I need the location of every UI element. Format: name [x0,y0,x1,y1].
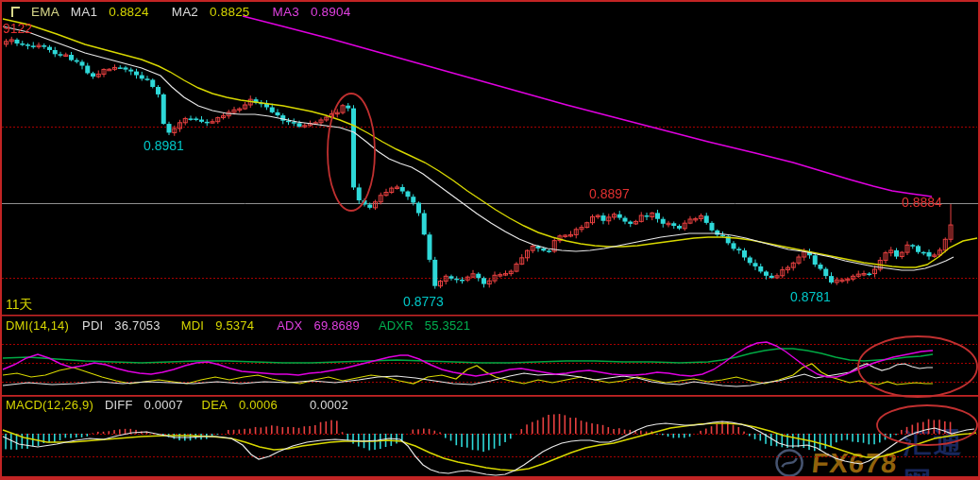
macd-name[interactable]: MACD(12,26,9) [6,398,93,412]
price-label-rally-high: 0.8897 [589,186,630,201]
main-chart-indicator-header: EMA MA1 0.8824 MA2 0.8825 MA3 0.8904 [11,5,362,19]
mdi-value: 9.5374 [215,318,254,333]
diff-label: DIFF [105,398,133,412]
adxr-value: 55.3521 [425,318,470,333]
price-label-major-low: 0.8773 [403,294,444,309]
dea-label: DEA [202,398,228,412]
indicator-flag-icon [11,7,20,17]
pdi-label: PDI [82,318,103,333]
ma2-label[interactable]: MA2 [172,5,198,19]
macd-indicator-header: MACD(12,26,9) DIFF 0.0007 DEA 0.0006 0.0… [6,398,348,412]
ma3-value: 0.8904 [311,5,351,19]
price-label-top-left: 9122 [3,21,32,36]
period-label: 11天 [6,297,33,314]
dea-value: 0.0006 [239,398,278,412]
adx-value: 69.8689 [313,318,359,333]
adxr-label: ADXR [379,318,414,333]
adx-label: ADX [277,318,302,333]
macd-hist-value: 0.0002 [310,398,348,412]
ma3-label[interactable]: MA3 [273,5,299,19]
diff-value: 0.0007 [144,398,183,412]
price-label-swing-low: 0.8781 [790,289,831,304]
pdi-value: 36.7053 [114,318,160,333]
price-label-swing-high: 0.8981 [144,138,184,153]
ma1-value: 0.8824 [109,5,149,19]
dmi-indicator-header: DMI(14,14) PDI 36.7053 MDI 9.5374 ADX 69… [6,318,470,333]
ma1-label[interactable]: MA1 [71,5,97,19]
trading-chart-window: EMA MA1 0.8824 MA2 0.8825 MA3 0.8904 912… [0,0,980,480]
ma2-value: 0.8825 [210,5,250,19]
dmi-name[interactable]: DMI(14,14) [6,318,69,333]
mdi-label: MDI [181,318,204,333]
indicator-name: EMA [31,5,59,19]
price-label-latest: 0.8884 [902,195,942,210]
